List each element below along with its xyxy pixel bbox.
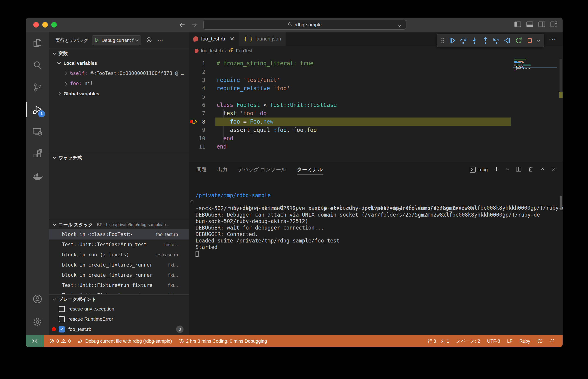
code-line-2[interactable]: 2 <box>189 68 563 76</box>
variable-row-self[interactable]: %self: #<FooTest:0x00000001100ff878 @_… <box>49 68 189 79</box>
stack-frame-row[interactable]: Test::Unit::Fixture#run_fixturefixt... <box>49 280 189 290</box>
close-window-button[interactable] <box>33 22 39 28</box>
breakpoints-section-header[interactable]: ブレークポイント <box>49 295 189 304</box>
terminal-scrollbar-thumb[interactable] <box>560 196 562 210</box>
code-line-8[interactable]: 8 foo = Foo.new <box>189 118 563 126</box>
maximize-panel-icon[interactable] <box>540 167 545 172</box>
extensions-icon[interactable] <box>26 143 49 165</box>
customize-layout-icon[interactable] <box>550 21 558 28</box>
settings-gear-icon[interactable] <box>26 311 49 334</box>
breakpoint-row[interactable]: ✓ foo_test.rb 8 <box>49 324 189 334</box>
feedback-icon[interactable] <box>534 335 546 347</box>
toggle-secondary-sidebar-icon[interactable] <box>538 21 545 28</box>
tab-output[interactable]: 出力 <box>217 162 227 177</box>
overview-ruler[interactable] <box>559 56 563 162</box>
forward-arrow-icon[interactable] <box>191 21 198 29</box>
run-and-debug-icon[interactable]: 1 <box>26 99 49 121</box>
command-center-search[interactable]: rdbg-sample <box>203 20 406 30</box>
time-tracking-status[interactable]: 2 hrs 3 mins Coding, 6 mins Debugging <box>176 335 270 347</box>
continue-icon[interactable] <box>447 35 457 46</box>
code-line-5[interactable]: 5 <box>189 93 563 101</box>
breakpoint-row[interactable]: rescue any exception <box>49 304 189 314</box>
stop-icon[interactable] <box>524 35 535 46</box>
encoding-status[interactable]: UTF-8 <box>484 335 504 347</box>
terminal-instance-chip[interactable]: rdbg <box>469 166 488 173</box>
step-over-icon[interactable] <box>458 35 469 46</box>
maximize-window-button[interactable] <box>51 22 57 28</box>
code-line-4[interactable]: 4require_relative 'foo' <box>189 84 563 93</box>
watch-section-header[interactable]: ウォッチ式 <box>49 153 189 162</box>
scrollbar-thumb[interactable] <box>559 59 562 96</box>
split-terminal-icon[interactable] <box>515 166 522 173</box>
toggle-sidebar-icon[interactable] <box>514 21 521 28</box>
call-stack-section-header[interactable]: コール スタック BP - Line /private/tmp/rdbg-sam… <box>49 220 189 229</box>
cursor-position-status[interactable]: 行 8、列 1 <box>424 335 453 347</box>
minimize-window-button[interactable] <box>42 22 48 28</box>
tab-debug-console[interactable]: デバッグ コンソール <box>238 162 286 177</box>
reverse-continue-icon[interactable] <box>502 35 513 46</box>
breadcrumb-file[interactable]: foo_test.rb <box>201 48 223 53</box>
breakpoint-checkbox[interactable] <box>59 316 65 322</box>
code-line-10[interactable]: 10 end <box>189 134 563 142</box>
tab-launch-json[interactable]: { } launch.json <box>239 32 286 46</box>
eol-status[interactable]: LF <box>504 335 516 347</box>
minimap[interactable] <box>513 59 557 72</box>
step-back-icon[interactable] <box>491 35 502 46</box>
breadcrumb-symbol[interactable]: FooTest <box>236 48 252 53</box>
indentation-status[interactable]: スペース: 2 <box>453 335 484 347</box>
code-line-3[interactable]: 3require 'test/unit' <box>189 76 563 84</box>
command-decoration-icon[interactable] <box>191 200 193 203</box>
chevron-down-icon[interactable] <box>397 23 401 29</box>
toggle-panel-icon[interactable] <box>526 21 533 28</box>
new-terminal-icon[interactable] <box>493 166 500 173</box>
step-into-icon[interactable] <box>469 35 480 46</box>
code-line-7[interactable]: 7 test 'foo' do <box>189 109 563 118</box>
restart-icon[interactable] <box>513 35 524 46</box>
variable-row-foo[interactable]: foo: nil <box>49 79 189 89</box>
variables-group-global[interactable]: Global variables <box>49 89 189 99</box>
breakpoint-checkbox[interactable] <box>59 306 65 312</box>
toolbar-drag-handle[interactable] <box>439 35 446 46</box>
code-editor[interactable]: 1# frozen_string_literal: true23require … <box>189 56 563 162</box>
kill-terminal-icon[interactable] <box>528 166 534 173</box>
stack-frame-row[interactable]: Test::Unit::Fixture#run_setupfixt... <box>49 290 189 294</box>
debug-settings-gear-icon[interactable] <box>146 36 153 44</box>
breakpoint-current-line-marker[interactable] <box>189 119 199 124</box>
stack-frame-row[interactable]: block in <class:FooTest>foo_test.rb <box>49 229 189 239</box>
close-tab-icon[interactable]: ✕ <box>230 36 234 42</box>
explorer-icon[interactable] <box>26 32 49 54</box>
tab-foo-test-rb[interactable]: foo_test.rb ✕ <box>189 32 239 46</box>
tab-terminal[interactable]: ターミナル <box>297 162 323 177</box>
more-actions-icon[interactable]: ⋯ <box>157 37 164 44</box>
code-line-9[interactable]: 9 assert_equal :foo, foo.foo <box>189 126 563 134</box>
docker-icon[interactable] <box>26 165 49 188</box>
remote-explorer-icon[interactable] <box>26 121 49 143</box>
code-line-6[interactable]: 6class FooTest < Test::Unit::TestCase <box>189 101 563 109</box>
variables-section-header[interactable]: 変数 <box>49 49 189 58</box>
remote-indicator[interactable] <box>26 335 44 347</box>
breakpoint-row[interactable]: rescue RuntimeError <box>49 314 189 324</box>
breakpoint-checkbox-checked[interactable]: ✓ <box>59 326 65 332</box>
code-line-11[interactable]: 11end <box>189 142 563 151</box>
stack-frame-row[interactable]: block in create_fixtures_runnerfixt... <box>49 270 189 280</box>
search-sidebar-icon[interactable] <box>26 54 49 76</box>
source-control-icon[interactable] <box>26 76 49 99</box>
language-mode-status[interactable]: Ruby <box>516 335 534 347</box>
variables-group-local[interactable]: Local variables <box>49 58 189 68</box>
tab-problems[interactable]: 問題 <box>196 162 207 177</box>
stop-dropdown-chevron-icon[interactable] <box>536 35 542 46</box>
terminal-cwd-link[interactable]: /private/tmp/rdbg-sample <box>195 192 271 198</box>
stack-frame-row[interactable]: Test::Unit::TestCase#run_testtestc... <box>49 239 189 250</box>
stack-frame-row[interactable]: block in run (2 levels)testcase.rb <box>49 250 189 260</box>
problems-status[interactable]: 0 0 <box>46 335 74 347</box>
close-panel-icon[interactable] <box>551 166 557 173</box>
breadcrumb[interactable]: foo_test.rb › FooTest <box>189 46 563 56</box>
notifications-bell-icon[interactable] <box>546 335 560 347</box>
launch-config-dropdown[interactable]: Debug current f <box>92 35 141 45</box>
terminal-dropdown-chevron-icon[interactable] <box>505 167 510 172</box>
back-arrow-icon[interactable] <box>178 21 186 29</box>
terminal-output[interactable]: /private/tmp/rdbg-sample ❯rdbg --command… <box>189 177 563 335</box>
step-out-icon[interactable] <box>480 35 491 46</box>
editor-more-actions-icon[interactable]: ⋯ <box>549 32 557 46</box>
debug-status[interactable]: Debug current file with rdbg (rdbg-sampl… <box>74 335 176 347</box>
